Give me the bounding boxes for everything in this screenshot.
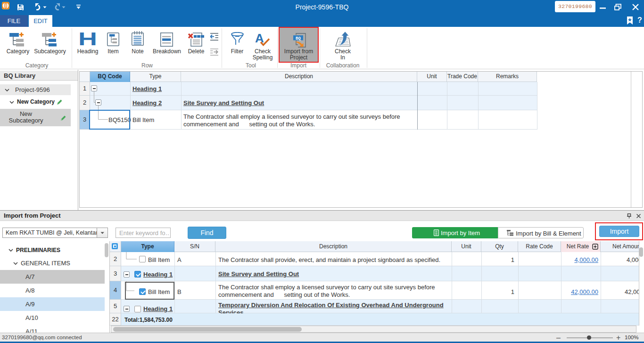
svg-text:BQ: BQ (296, 36, 301, 41)
